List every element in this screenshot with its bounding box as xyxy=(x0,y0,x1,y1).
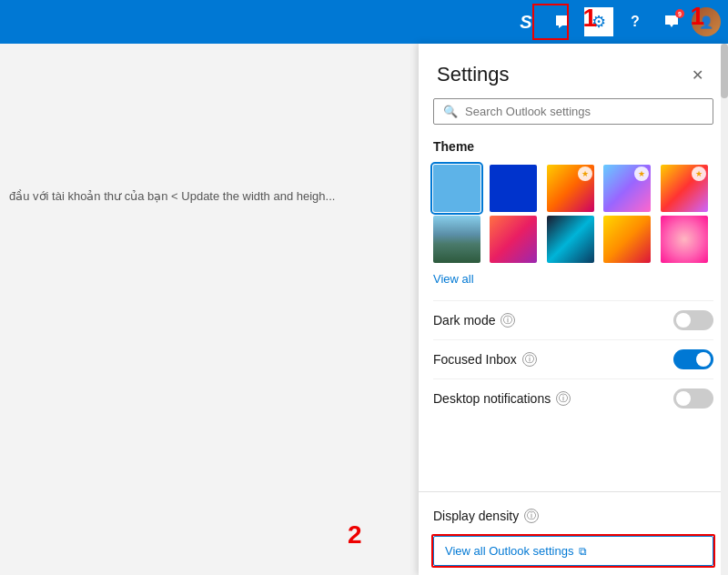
display-density-info-icon[interactable]: ⓘ xyxy=(524,509,539,523)
settings-header: Settings ✕ xyxy=(419,44,728,98)
feedback-icon[interactable]: 9 xyxy=(655,5,688,38)
focused-inbox-toggle[interactable] xyxy=(673,349,713,369)
theme-swatch-circuit[interactable] xyxy=(547,216,594,263)
desktop-notifications-info-icon[interactable]: ⓘ xyxy=(556,391,571,406)
scrollbar-track xyxy=(721,44,728,575)
focused-inbox-label: Focused Inbox xyxy=(433,352,517,367)
theme-swatch-mountain[interactable] xyxy=(433,216,480,263)
theme-grid: ★ ★ ★ xyxy=(433,165,713,263)
gear-icon[interactable]: ⚙ 1 xyxy=(582,5,615,38)
star-badge: ★ xyxy=(578,166,592,181)
focused-inbox-label-group: Focused Inbox ⓘ xyxy=(433,352,537,367)
settings-content: Theme ★ ★ ★ V xyxy=(419,139,728,491)
display-density-row: Display density ⓘ xyxy=(433,501,713,530)
close-button[interactable]: ✕ xyxy=(684,62,710,87)
dark-mode-row: Dark mode ⓘ xyxy=(433,300,713,339)
main-area: đầu với tài khoản thư của bạn < Update t… xyxy=(0,44,728,575)
star-badge: ★ xyxy=(634,166,649,181)
display-density-label: Display density xyxy=(433,509,519,523)
search-box[interactable]: 🔍 xyxy=(433,98,713,125)
help-icon[interactable]: ? xyxy=(619,5,652,38)
chat-icon[interactable] xyxy=(546,5,579,38)
scrollbar-thumb[interactable] xyxy=(721,44,728,98)
search-icon: 🔍 xyxy=(443,105,458,118)
focused-inbox-toggle-knob xyxy=(696,352,711,367)
star-badge: ★ xyxy=(692,166,706,181)
desktop-notifications-label-group: Desktop notifications ⓘ xyxy=(433,391,571,406)
focused-inbox-info-icon[interactable]: ⓘ xyxy=(522,352,537,367)
theme-swatch-blue-light[interactable] xyxy=(433,165,480,212)
skype-icon[interactable]: S xyxy=(510,5,542,38)
dark-mode-toggle[interactable] xyxy=(673,310,713,330)
dark-mode-info-icon[interactable]: ⓘ xyxy=(500,313,515,328)
dark-mode-label: Dark mode xyxy=(433,313,495,328)
view-all-outlook-label: View all Outlook settings xyxy=(445,544,573,558)
theme-swatch-blue-dark[interactable] xyxy=(490,165,537,212)
left-content: đầu với tài khoản thư của bạn < Update t… xyxy=(0,44,419,575)
badge-count: 9 xyxy=(675,9,684,18)
settings-footer: Display density ⓘ View all Outlook setti… xyxy=(419,491,728,575)
search-input[interactable] xyxy=(465,105,703,118)
theme-swatch-warm[interactable]: ★ xyxy=(547,165,594,212)
left-text: đầu với tài khoản thư của bạn < Update t… xyxy=(9,189,335,203)
external-link-icon: ⧉ xyxy=(579,545,587,558)
dark-mode-toggle-knob xyxy=(676,313,691,328)
theme-swatch-cool[interactable]: ★ xyxy=(603,165,651,212)
view-all-themes-link[interactable]: View all xyxy=(433,272,474,286)
settings-title: Settings xyxy=(437,63,510,86)
theme-swatch-sunset[interactable] xyxy=(490,216,537,263)
theme-swatch-pink[interactable] xyxy=(661,216,708,263)
avatar[interactable]: 👤 xyxy=(692,7,721,36)
topbar: S ⚙ 1 ? 9 👤 xyxy=(0,0,728,44)
desktop-notifications-label: Desktop notifications xyxy=(433,391,551,406)
desktop-notifications-row: Desktop notifications ⓘ xyxy=(433,378,713,418)
theme-swatch-multi[interactable]: ★ xyxy=(661,165,708,212)
settings-panel: Settings ✕ 🔍 Theme ★ ★ ★ xyxy=(419,44,728,575)
desktop-notifications-toggle-knob xyxy=(676,391,691,406)
focused-inbox-row: Focused Inbox ⓘ xyxy=(433,339,713,378)
view-all-outlook-button[interactable]: View all Outlook settings ⧉ xyxy=(433,536,713,566)
desktop-notifications-toggle[interactable] xyxy=(673,388,713,409)
dark-mode-label-group: Dark mode ⓘ xyxy=(433,313,515,328)
theme-swatch-vacation[interactable] xyxy=(603,216,651,263)
theme-label: Theme xyxy=(433,139,713,154)
